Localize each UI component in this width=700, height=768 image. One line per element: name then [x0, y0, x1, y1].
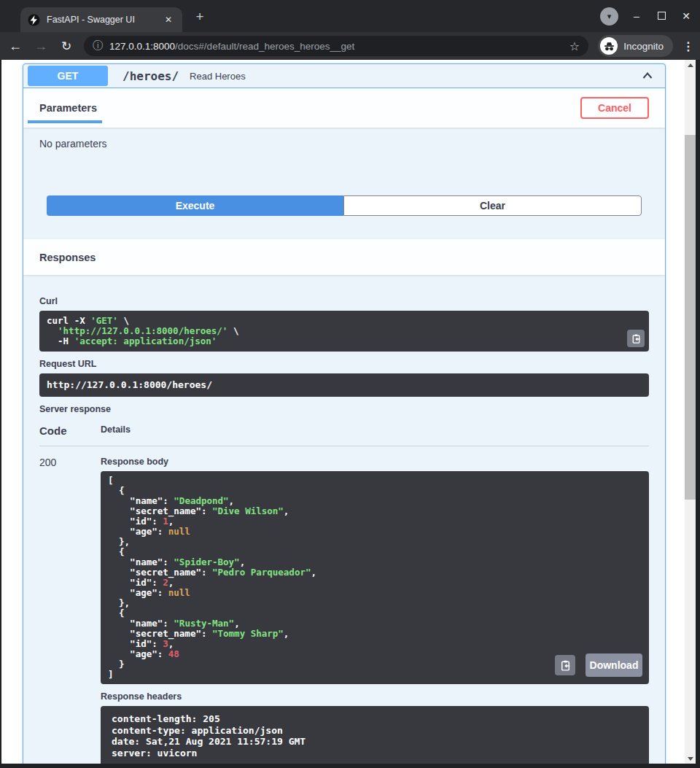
url-path: /docs#/default/read_heroes_heroes__get: [175, 41, 354, 52]
code-line: "secret_name": "Pedro Parqueador",: [108, 567, 642, 578]
request-url-label: Request URL: [39, 359, 649, 369]
triangle-up: [688, 63, 693, 67]
parameters-header: Parameters Cancel: [23, 88, 665, 128]
execute-button[interactable]: Execute: [47, 195, 343, 216]
incognito-badge: Incognito: [598, 35, 673, 57]
clipboard-icon: [631, 333, 642, 344]
response-details-cell: Response body [ { "name": "Deadpond", "s…: [101, 457, 649, 764]
collapse-chevron-icon[interactable]: [639, 67, 656, 85]
no-parameters-text: No parameters: [23, 128, 665, 160]
request-url-block: http://127.0.0.1:8000/heroes/: [39, 373, 649, 397]
code-line: "name": "Deadpond",: [108, 496, 642, 506]
response-headers-label: Response headers: [101, 691, 649, 702]
site-info-icon[interactable]: ⓘ: [93, 39, 103, 53]
code-line: date: Sat,21 Aug 2021 11:57:19 GMT: [112, 736, 638, 748]
code-line: {: [108, 608, 642, 618]
method-badge: GET: [28, 66, 108, 86]
status-code: 200: [39, 457, 101, 764]
opblock-get-heroes: GET /heroes/ Read Heroes Parameters Canc…: [23, 63, 666, 764]
parameters-title: Parameters: [39, 102, 97, 114]
scrollbar-thumb[interactable]: [685, 135, 696, 500]
code-line: "name": "Spider-Boy",: [108, 557, 642, 567]
url-host: 127.0.0.1:8000: [109, 41, 175, 52]
back-icon[interactable]: ←: [7, 39, 23, 54]
code-line: 'http://127.0.0.1:8000/heroes/' \: [47, 326, 620, 336]
responses-header: Responses: [23, 239, 665, 275]
curl-label: Curl: [39, 296, 649, 306]
window-close-icon[interactable]: ✕: [680, 10, 693, 22]
browser-toolbar: ← → ↻ ⓘ 127.0.0.1:8000/docs#/default/rea…: [0, 32, 700, 60]
details-column-header: Details: [101, 424, 131, 437]
code-line: http://127.0.0.1:8000/heroes/: [47, 380, 642, 390]
response-body-block: [ { "name": "Deadpond", "secret_name": "…: [101, 471, 649, 684]
forward-icon[interactable]: →: [33, 39, 49, 54]
new-tab-button[interactable]: +: [191, 9, 209, 26]
swagger-operation-wrapper: GET /heroes/ Read Heroes Parameters Canc…: [23, 63, 666, 764]
code-line: "secret_name": "Tommy Sharp",: [108, 629, 642, 639]
incognito-icon: [600, 37, 618, 55]
response-body-label: Response body: [101, 457, 649, 467]
code-line: -H 'accept: application/json': [47, 336, 620, 346]
browser-menu-icon[interactable]: ⋮: [682, 39, 693, 53]
code-line: "id": 3,: [108, 639, 642, 649]
code-line: [: [108, 476, 642, 486]
copy-response-button[interactable]: [555, 655, 575, 675]
code-line: "id": 1,: [108, 516, 642, 527]
server-response-label: Server response: [39, 404, 649, 414]
cancel-button[interactable]: Cancel: [580, 97, 649, 119]
fastapi-favicon: [28, 14, 40, 26]
code-line: "age": null: [108, 527, 642, 537]
operation-path: /heroes/: [122, 69, 179, 83]
code-line: content-type: application/json: [112, 725, 638, 737]
response-headers-block: content-length: 205content-type: applica…: [101, 706, 649, 764]
code-line: "secret_name": "Dive Wilson",: [108, 506, 642, 516]
copy-curl-button[interactable]: [627, 330, 645, 347]
address-bar[interactable]: ⓘ 127.0.0.1:8000/docs#/default/read_hero…: [84, 36, 588, 56]
response-table-header: Code Details: [39, 424, 649, 446]
code-column-header: Code: [39, 424, 101, 437]
reload-icon[interactable]: ↻: [58, 39, 74, 54]
incognito-label: Incognito: [623, 41, 664, 52]
code-line: "age": null: [108, 588, 642, 598]
operation-summary[interactable]: GET /heroes/ Read Heroes: [23, 64, 665, 88]
server-response-table: Code Details 200 Response body [ { "name…: [39, 424, 649, 764]
response-row: 200 Response body [ { "name": "Deadpond"…: [39, 446, 649, 764]
scrollbar-down-icon[interactable]: [685, 753, 696, 764]
execute-button-group: Execute Clear: [23, 160, 665, 239]
browser-tab-strip: FastAPI - Swagger UI ✕ + ▾ – ✕: [0, 0, 700, 32]
code-line: server: uvicorn: [112, 748, 638, 759]
download-button[interactable]: Download: [586, 653, 642, 677]
page-scrollbar[interactable]: [685, 60, 696, 764]
code-line: },: [108, 537, 642, 547]
parameters-tab-underline: [28, 120, 102, 123]
responses-body: Curl curl -X 'GET' \ 'http://127.0.0.1:8…: [23, 296, 665, 764]
code-line: content-length: 205: [112, 713, 638, 725]
scrollbar-up-icon[interactable]: [685, 60, 696, 70]
curl-command-block: curl -X 'GET' \ 'http://127.0.0.1:8000/h…: [39, 311, 649, 352]
page-content: GET /heroes/ Read Heroes Parameters Canc…: [1, 60, 696, 764]
clipboard-icon: [559, 659, 572, 672]
code-line: "id": 2,: [108, 578, 642, 588]
code-line: {: [108, 547, 642, 557]
responses-title: Responses: [39, 252, 96, 263]
operation-summary-text: Read Heroes: [190, 71, 246, 82]
window-controls: ▾ – ✕: [600, 0, 693, 32]
tab-close-icon[interactable]: ✕: [162, 13, 175, 26]
tab-title: FastAPI - Swagger UI: [47, 15, 162, 25]
minimize-icon[interactable]: –: [630, 10, 643, 22]
code-line: "name": "Rusty-Man",: [108, 618, 642, 629]
maximize-box: [658, 12, 666, 20]
browser-tab[interactable]: FastAPI - Swagger UI ✕: [20, 7, 182, 32]
maximize-icon[interactable]: [655, 10, 668, 22]
triangle-down: [688, 757, 693, 761]
code-line: curl -X 'GET' \: [47, 316, 620, 326]
code-line: },: [108, 598, 642, 608]
clear-button[interactable]: Clear: [343, 195, 642, 216]
tab-search-icon[interactable]: ▾: [600, 7, 618, 26]
url-text: 127.0.0.1:8000/docs#/default/read_heroes…: [109, 41, 563, 52]
code-line: {: [108, 486, 642, 496]
bookmark-star-icon[interactable]: ☆: [569, 39, 580, 53]
